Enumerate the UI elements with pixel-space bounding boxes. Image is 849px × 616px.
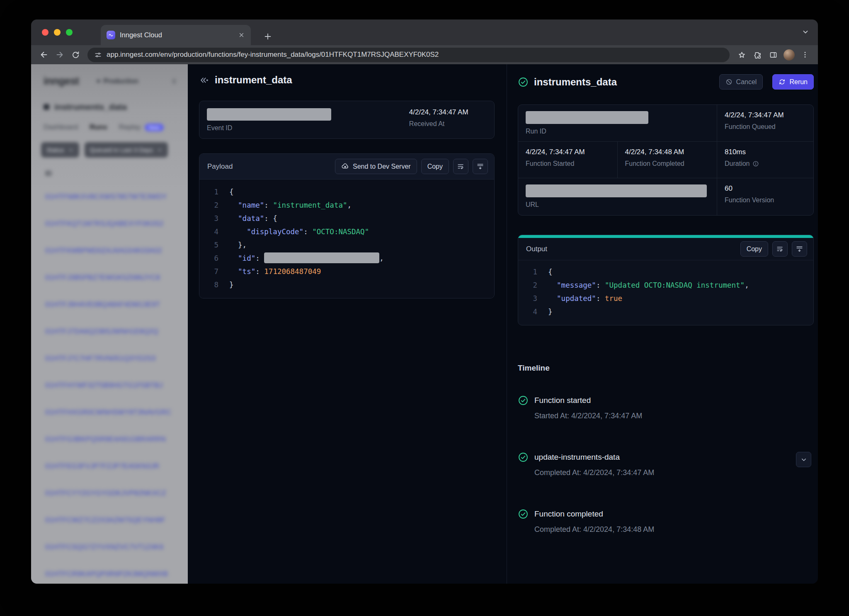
run-list-item[interactable]: 01HTFCWZ7CZ2X3AZM75QEYNH8F bbox=[45, 507, 188, 534]
replay-new-badge: New bbox=[145, 124, 164, 131]
url-bar[interactable]: app.inngest.com/env/production/functions… bbox=[87, 48, 730, 62]
run-id-list: 01HTFN8KXV8CXWS7857W7E3WDY 01HTFKQT1M7RS… bbox=[31, 177, 188, 584]
site-info-icon[interactable] bbox=[94, 51, 102, 59]
traffic-minimize-icon[interactable] bbox=[54, 29, 61, 36]
duration-cell: 810ms Duration bbox=[717, 142, 813, 179]
timeline-item-subtitle: Started At: 4/2/2024, 7:34:47 AM bbox=[534, 412, 791, 420]
run-id-text: 01HTFJ7C7HF7RVN051Q3YD2S3 bbox=[45, 354, 155, 362]
check-circle-icon bbox=[518, 395, 529, 406]
run-list-item[interactable]: 01HTFEG3FVJP7FZJP7EA5KN3JR bbox=[45, 453, 188, 480]
output-wrap-lines-button[interactable] bbox=[772, 241, 788, 257]
sidebar-blurred-content: inngest Production instruments_data bbox=[31, 64, 188, 584]
output-copy-button[interactable]: Copy bbox=[740, 241, 768, 257]
received-at-value: 4/2/24, 7:34:47 AM bbox=[409, 108, 494, 116]
run-list-item[interactable]: 01HTFJ3B5PBZ7EWGK5Z086JYC8 bbox=[45, 264, 188, 291]
timeline-item-function-completed: Function completed Completed At: 4/2/202… bbox=[518, 509, 814, 534]
replay-label: Replay bbox=[119, 123, 141, 131]
sidebar-tab-runs[interactable]: Runs bbox=[90, 123, 107, 131]
event-id-label: Event ID bbox=[207, 124, 402, 132]
run-list-item[interactable]: 01HTFKMBPMD0ZAJ4AG04K03A02 bbox=[45, 237, 188, 264]
run-list-item[interactable]: 01HTFN8KXV8CXWS7857W7E3WDY bbox=[45, 183, 188, 210]
run-list-item[interactable]: 01HTFHXGR0CWNHSWY8T3NAVGRC bbox=[45, 399, 188, 426]
url-cell: URL bbox=[518, 178, 717, 215]
environment-selector[interactable]: Production bbox=[97, 78, 138, 85]
url-label: URL bbox=[526, 201, 709, 209]
function-completed-label: Function Completed bbox=[625, 160, 710, 167]
run-list-item[interactable]: 01HTFHYWF32T5B9HGTG1F5BTBJ bbox=[45, 372, 188, 399]
side-panel-icon[interactable] bbox=[765, 47, 781, 63]
output-card: Output Copy bbox=[518, 235, 814, 325]
run-id-text: 01HTFKQT1M7RSJQABEXYF0K0S2 bbox=[45, 220, 164, 228]
tab-title: Inngest Cloud bbox=[120, 31, 233, 39]
timeline-item-title: update-instruments-data bbox=[534, 453, 620, 462]
run-list-item[interactable]: 01HTFCYY2GYGYGDKJVP82NKXCZ bbox=[45, 480, 188, 507]
run-list-item[interactable]: 01HTFCSQG7ZYVXNZVC7VT1Z4K6 bbox=[45, 534, 188, 560]
output-success-accent bbox=[518, 235, 813, 238]
function-version-value: 60 bbox=[725, 184, 806, 193]
dropdown-caret-icon bbox=[68, 147, 74, 153]
output-scroll-to-bottom-button[interactable] bbox=[792, 241, 807, 257]
menu-kebab-icon[interactable] bbox=[797, 47, 813, 63]
output-copy-label: Copy bbox=[747, 245, 762, 253]
new-tab-icon[interactable] bbox=[263, 32, 272, 41]
rerun-button[interactable]: Rerun bbox=[772, 74, 814, 90]
environment-label: Production bbox=[103, 78, 138, 85]
traffic-close-icon[interactable] bbox=[42, 29, 49, 36]
run-list-item[interactable]: 01HTFCR9KAPQP0R6PZK3MQNMXB bbox=[45, 560, 188, 584]
run-list-item[interactable]: 01HTFKQT1M7RSJQABEXYF0K0S2 bbox=[45, 210, 188, 237]
info-icon[interactable] bbox=[752, 160, 759, 167]
browser-tab-strip: Inngest Cloud bbox=[31, 19, 818, 45]
run-id-text: 01HTFCWZ7CZ2X3AZM75QEYNH8F bbox=[45, 516, 165, 524]
received-at-cell: 4/2/24, 7:34:47 AM Received At bbox=[409, 101, 494, 138]
wrap-lines-button[interactable] bbox=[453, 159, 468, 174]
sidebar-tab-dashboard[interactable]: Dashboard bbox=[44, 123, 78, 131]
tab-search-chevron-icon[interactable] bbox=[801, 28, 810, 36]
reload-icon[interactable] bbox=[68, 47, 83, 63]
timeline-expand-button[interactable] bbox=[796, 452, 811, 467]
browser-toolbar: app.inngest.com/env/production/functions… bbox=[31, 45, 818, 64]
cancel-slash-icon bbox=[725, 78, 733, 85]
run-id-text: 01HTFEG3FVJP7FZJP7EA5KN3JR bbox=[45, 462, 159, 470]
browser-tab[interactable]: Inngest Cloud bbox=[101, 25, 251, 45]
back-icon[interactable] bbox=[36, 47, 52, 63]
run-id-text: 01HTFG3BKPQ5R9E4A91GBRARRN bbox=[45, 435, 166, 443]
run-details-card: Run ID 4/2/24, 7:34:47 AM Function Queue… bbox=[518, 104, 814, 216]
tab-close-icon[interactable] bbox=[238, 32, 245, 39]
sidebar-tab-replay[interactable]: ReplayNew bbox=[119, 123, 164, 131]
event-id-cell: Event ID bbox=[199, 101, 409, 138]
function-started-value: 4/2/24, 7:34:47 AM bbox=[526, 148, 610, 156]
traffic-zoom-icon[interactable] bbox=[66, 29, 73, 36]
dropdown-caret-icon bbox=[157, 147, 163, 153]
cancel-button[interactable]: Cancel bbox=[719, 74, 763, 90]
cancel-label: Cancel bbox=[736, 78, 757, 86]
run-list-item[interactable]: 01HTFJ7DA6Q238SJWNH1E8Q2Q bbox=[45, 318, 188, 345]
date-range-filter-label: Queued in Last 3 Days bbox=[90, 146, 153, 153]
function-started-cell: 4/2/24, 7:34:47 AM Function Started bbox=[518, 142, 618, 178]
screenshot-stage: Inngest Cloud bbox=[0, 0, 849, 616]
timeline-item-title: Function started bbox=[534, 396, 591, 405]
wrap-lines-icon bbox=[776, 245, 784, 253]
payload-copy-button[interactable]: Copy bbox=[421, 159, 449, 174]
run-list-item[interactable]: 01HTFJ9H4VE0BQ48AF4DM13E9T bbox=[45, 291, 188, 318]
function-completed-cell: 4/2/24, 7:34:48 AM Function Completed bbox=[618, 142, 717, 178]
payload-title: Payload bbox=[207, 162, 233, 171]
bookmark-star-icon[interactable] bbox=[734, 47, 750, 63]
function-queued-cell: 4/2/24, 7:34:47 AM Function Queued bbox=[717, 105, 813, 142]
url-redacted bbox=[526, 184, 707, 197]
profile-avatar[interactable] bbox=[784, 49, 795, 61]
updown-caret-icon[interactable] bbox=[170, 78, 178, 85]
event-title: instrument_data bbox=[215, 74, 292, 86]
run-id-redacted bbox=[526, 111, 648, 124]
function-queued-label: Function Queued bbox=[725, 123, 806, 131]
date-range-filter-dropdown[interactable]: Queued in Last 3 Days bbox=[85, 142, 168, 158]
run-list-item[interactable]: 01HTFG3BKPQ5R9E4A91GBRARRN bbox=[45, 426, 188, 453]
extensions-icon[interactable] bbox=[750, 47, 765, 63]
function-queued-value: 4/2/24, 7:34:47 AM bbox=[725, 111, 806, 119]
run-list-item[interactable]: 01HTFJ7C7HF7RVN051Q3YD2S3 bbox=[45, 345, 188, 372]
forward-icon[interactable] bbox=[52, 47, 68, 63]
event-icon bbox=[199, 75, 209, 85]
scroll-to-bottom-button[interactable] bbox=[473, 159, 488, 174]
send-to-dev-server-button[interactable]: Send to Dev Server bbox=[335, 159, 417, 174]
app-sidebar: inngest Production instruments_data bbox=[31, 64, 188, 584]
status-filter-dropdown[interactable]: Status bbox=[41, 142, 79, 158]
